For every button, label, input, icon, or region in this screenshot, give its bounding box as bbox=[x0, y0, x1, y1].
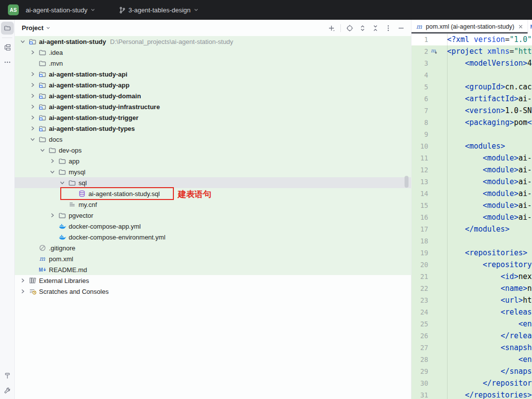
code-line-13[interactable]: 13 <module>ai- bbox=[411, 176, 532, 188]
chevron-right-icon[interactable] bbox=[18, 286, 28, 297]
code-line-14[interactable]: 14 <module>ai- bbox=[411, 188, 532, 200]
options-button[interactable] bbox=[382, 22, 394, 34]
chevron-right-icon[interactable] bbox=[47, 210, 57, 221]
chevron-down-icon[interactable] bbox=[47, 166, 57, 177]
chevron-down-icon[interactable] bbox=[38, 145, 47, 156]
code-line-1[interactable]: 1<?xml version="1.0" bbox=[411, 34, 532, 45]
maven-down-gutter-icon[interactable]: m bbox=[428, 47, 447, 55]
chevron-down-icon[interactable] bbox=[18, 36, 28, 47]
tree-item-readme-md[interactable]: MREADME.md bbox=[15, 264, 411, 275]
code-line-19[interactable]: 19 <repositories> bbox=[411, 247, 532, 259]
activity-bar-more-button[interactable] bbox=[1, 56, 14, 69]
tree-item-docs[interactable]: docs bbox=[15, 134, 411, 145]
code-line-7[interactable]: 7 <version>1.0-SN bbox=[411, 105, 532, 117]
chevron-right-icon[interactable] bbox=[28, 123, 38, 134]
tree-item-dev-ops[interactable]: dev-ops bbox=[15, 145, 411, 156]
tree-item-idea[interactable]: .idea bbox=[15, 47, 411, 58]
tree-item-ai-agent-station-study[interactable]: ai-agent-station-studyD:\Personal_projec… bbox=[15, 36, 411, 47]
code-line-28[interactable]: 28 <en bbox=[411, 354, 532, 365]
code-line-22[interactable]: 22 <name>n bbox=[411, 282, 532, 294]
branch-selector[interactable]: 3-agent-tables-design bbox=[115, 4, 203, 16]
tree-item-mvn[interactable]: .mvn bbox=[15, 58, 411, 69]
collapse-all-button[interactable] bbox=[369, 22, 381, 34]
panel-scrollbar-thumb[interactable] bbox=[405, 176, 409, 188]
tree-item-ai-agent-station-study-infrastructure[interactable]: ai-agent-station-study-infrastructure bbox=[15, 101, 411, 112]
tree-item-gitignore[interactable]: .gitignore bbox=[15, 242, 411, 253]
tree-item-sql[interactable]: sql bbox=[15, 177, 411, 188]
tree-item-my-cnf[interactable]: my.cnf bbox=[15, 199, 411, 210]
tree-item-scratches-and-consoles[interactable]: Scratches and Consoles bbox=[15, 286, 411, 297]
line-number: 19 bbox=[411, 249, 428, 257]
new-button[interactable] bbox=[326, 22, 337, 34]
code-line-30[interactable]: 30 </repositor bbox=[411, 377, 532, 389]
code-line-11[interactable]: 11 <module>ai- bbox=[411, 152, 532, 164]
chevron-down-icon[interactable] bbox=[28, 134, 38, 145]
code-line-29[interactable]: 29 </snaps bbox=[411, 365, 532, 377]
tree-item-docker-compose-app-yml[interactable]: docker-compose-app.yml bbox=[15, 221, 411, 232]
chevron-right-icon[interactable] bbox=[28, 112, 38, 123]
tree-item-mysql[interactable]: mysql bbox=[15, 166, 411, 177]
project-logo[interactable]: AS bbox=[8, 4, 19, 15]
code-line-5[interactable]: 5 <groupId>cn.cac bbox=[411, 81, 532, 93]
activity-bar-project-button[interactable] bbox=[1, 22, 14, 35]
code-line-4[interactable]: 4 bbox=[411, 69, 532, 81]
code-text: </snaps bbox=[447, 367, 532, 376]
hide-button[interactable] bbox=[395, 22, 407, 34]
tree-item-ai-agent-station-study-api[interactable]: ai-agent-station-study-api bbox=[15, 69, 411, 80]
code-line-2[interactable]: 2m<project xmlns="htt bbox=[411, 45, 532, 57]
chevron-right-icon[interactable] bbox=[28, 47, 38, 58]
chevron-right-icon[interactable] bbox=[18, 275, 28, 286]
expand-all-button[interactable] bbox=[357, 22, 368, 34]
code-line-25[interactable]: 25 <en bbox=[411, 318, 532, 330]
tree-item-ai-agent-station-study-sql[interactable]: ai-agent-station-study.sql bbox=[15, 188, 411, 199]
tree-item-pgvector[interactable]: pgvector bbox=[15, 210, 411, 221]
code-line-24[interactable]: 24 <releas bbox=[411, 306, 532, 318]
editor-tab-partial[interactable]: M bbox=[528, 20, 532, 34]
project-view-dropdown[interactable]: Project bbox=[22, 24, 51, 32]
code-line-15[interactable]: 15 <module>ai- bbox=[411, 200, 532, 211]
tree-item-label: docs bbox=[49, 136, 62, 143]
activity-bar-build-button[interactable] bbox=[1, 369, 14, 382]
chevron-right-icon[interactable] bbox=[28, 101, 38, 112]
tree-item-ai-agent-station-study-trigger[interactable]: ai-agent-station-study-trigger bbox=[15, 112, 411, 123]
code-line-18[interactable]: 18 bbox=[411, 235, 532, 247]
code-line-12[interactable]: 12 <module>ai- bbox=[411, 164, 532, 176]
code-line-27[interactable]: 27 <snapsh bbox=[411, 342, 532, 354]
locate-button[interactable] bbox=[344, 22, 356, 34]
tree-item-ai-agent-station-study-app[interactable]: ai-agent-station-study-app bbox=[15, 80, 411, 90]
code-line-10[interactable]: 10 <modules> bbox=[411, 140, 532, 152]
chevron-right-icon[interactable] bbox=[28, 69, 38, 80]
project-selector[interactable]: ai-agent-station-study bbox=[22, 4, 100, 16]
code-text: <snapsh bbox=[447, 343, 532, 352]
tree-item-ai-agent-station-study-types[interactable]: ai-agent-station-study-types bbox=[15, 123, 411, 134]
activity-bar bbox=[0, 20, 15, 399]
tree-item-external-libraries[interactable]: External Libraries bbox=[15, 275, 411, 286]
code-line-17[interactable]: 17 </modules> bbox=[411, 223, 532, 235]
code-line-23[interactable]: 23 <url>ht bbox=[411, 294, 532, 306]
code-line-9[interactable]: 9 bbox=[411, 128, 532, 140]
chevron-right-icon[interactable] bbox=[47, 156, 57, 166]
chevron-right-icon[interactable] bbox=[28, 80, 38, 90]
code-line-16[interactable]: 16 <module>ai- bbox=[411, 211, 532, 223]
code-area[interactable]: 1<?xml version="1.0"2m<project xmlns="ht… bbox=[411, 34, 532, 399]
editor-tab-pom-xml-ai-agent-station-study[interactable]: mpom.xml (ai-agent-station-study) bbox=[411, 20, 528, 34]
activity-bar-structure-button[interactable] bbox=[1, 41, 14, 54]
tree-item-docker-compose-environment-yml[interactable]: docker-compose-environment.yml bbox=[15, 232, 411, 242]
tree-item-ai-agent-station-study-domain[interactable]: ai-agent-station-study-domain bbox=[15, 90, 411, 101]
activity-bar-services-button[interactable] bbox=[1, 384, 14, 397]
code-line-6[interactable]: 6 <artifactId>ai- bbox=[411, 93, 532, 105]
code-line-31[interactable]: 31 </repositories> bbox=[411, 389, 532, 399]
code-line-26[interactable]: 26 </relea bbox=[411, 330, 532, 342]
chevron-down-icon[interactable] bbox=[57, 177, 67, 188]
chevron-right-icon[interactable] bbox=[28, 90, 38, 101]
tree-item-app[interactable]: app bbox=[15, 156, 411, 166]
services-icon bbox=[3, 387, 11, 395]
chevron-spacer bbox=[28, 242, 38, 253]
code-line-8[interactable]: 8 <packaging>pom< bbox=[411, 117, 532, 128]
tree-item-label: pom.xml bbox=[49, 255, 73, 263]
tree-item-pom-xml[interactable]: mpom.xml bbox=[15, 253, 411, 264]
code-line-3[interactable]: 3 <modelVersion>4 bbox=[411, 57, 532, 69]
close-tab-icon[interactable] bbox=[517, 23, 525, 31]
code-line-21[interactable]: 21 <id>nex bbox=[411, 271, 532, 282]
code-line-20[interactable]: 20 <repository bbox=[411, 259, 532, 271]
